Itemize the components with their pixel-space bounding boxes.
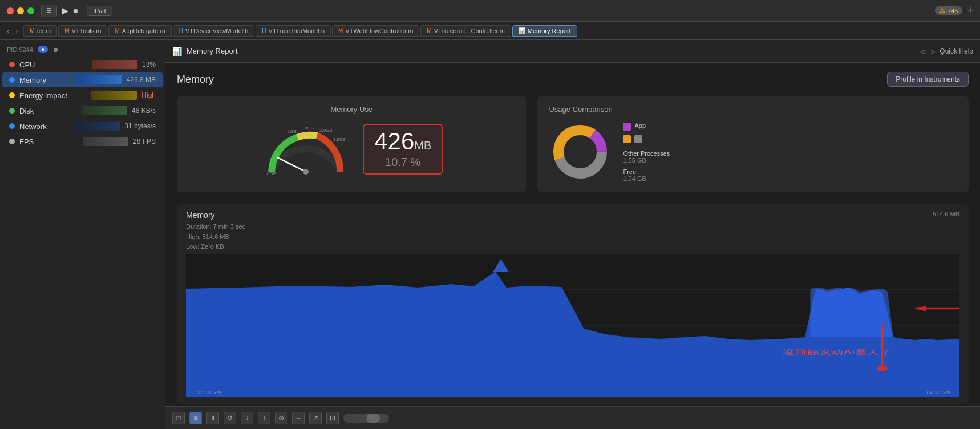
toolbar-export-button[interactable]: ↗ (309, 412, 322, 424)
legend-colors-row (623, 135, 670, 143)
tab-nav-forward[interactable]: › (13, 26, 21, 35)
cpu-chart (92, 60, 137, 69)
graph-low: Low: Zero KB (186, 243, 224, 250)
gauge-svg-container: 0GB 1GB 2GB 2.9GB 3.9GB (260, 120, 351, 177)
sidebar-item-memory[interactable]: Memory 426.8 MB (2, 72, 163, 87)
record-icon: ⏺ (52, 46, 59, 53)
sidebar-item-cpu[interactable]: CPU 13% (2, 57, 163, 72)
file-tab-ter[interactable]: M ter.m (23, 25, 57, 37)
fps-label: FPS (19, 137, 83, 146)
memory-graph-section: Memory Duration: 7 min 3 sec High: 514.6… (177, 204, 969, 404)
svg-point-19 (877, 366, 888, 371)
memory-indicator (9, 77, 15, 83)
file-tab-label: VTDeviceViewModel.h (185, 27, 248, 34)
donut-chart (549, 120, 612, 183)
usage-comp-content: App Other Processes 1.55 GB (549, 120, 957, 183)
toolbar-forward-button[interactable]: → (292, 412, 305, 424)
add-button[interactable]: + (967, 5, 973, 17)
other-color-swatch (623, 135, 631, 143)
toolbar-pause-button[interactable]: ⏸ (206, 412, 219, 424)
warning-count: 745 (947, 7, 958, 14)
profile-instruments-button[interactable]: Profile in Instruments (887, 72, 969, 87)
svg-text:2:35s: 2:35s (197, 389, 221, 395)
toolbar-download-button[interactable]: ↓ (241, 412, 253, 424)
sidebar-toggle-button[interactable]: ☰ (41, 5, 57, 17)
sidebar-item-energy[interactable]: Energy Impact High (2, 88, 163, 103)
network-value: 31 bytes/s (124, 122, 156, 130)
memory-number-display: 426MB (374, 129, 431, 153)
graph-header-left: Memory Duration: 7 min 3 sec High: 514.6… (186, 211, 245, 252)
toolbar-grid-button[interactable]: ⊡ (326, 412, 339, 424)
title-tab-area: iPad (87, 6, 935, 16)
donut-svg (549, 120, 612, 183)
play-button[interactable]: ▶ (62, 5, 68, 16)
svg-text:返回触发动AI量大了: 返回触发动AI量大了 (783, 349, 892, 355)
app-color-swatch (623, 123, 631, 131)
energy-value: High (141, 91, 156, 99)
svg-text:1GB: 1GB (287, 129, 297, 134)
disk-chart (82, 106, 127, 115)
toolbar-layout-button[interactable]: □ (172, 412, 185, 424)
pid-label: PID 9244 (7, 46, 33, 53)
file-tab-vttools[interactable]: M VTTools.m (58, 25, 107, 37)
file-tab-memory-report[interactable]: 📊 Memory Report (512, 25, 577, 37)
graph-area[interactable]: 返回触发动AI量大了 2:35s 6:25s (186, 254, 959, 397)
file-tab-label: Memory Report (528, 27, 571, 34)
file-tab-vtrecorde[interactable]: M VTRecorde...Controller.m (420, 25, 511, 37)
file-icon: M (338, 27, 343, 34)
toolbar-resize-button[interactable]: ↕ (258, 412, 270, 424)
network-indicator (9, 123, 15, 129)
legend-item-app: App (623, 122, 670, 131)
report-header-right: ◁ ▷ Quick Help (920, 47, 973, 55)
memory-top-row: Memory Profile in Instruments (177, 72, 969, 87)
file-icon: H (179, 27, 183, 34)
memory-unit: MB (414, 139, 431, 152)
toolbar-target-button[interactable]: ⊛ (275, 412, 287, 424)
toolbar-slider[interactable] (343, 414, 389, 423)
other-legend-text: Other Processes 1.55 GB (623, 150, 670, 164)
usage-legend: App Other Processes 1.55 GB (623, 122, 670, 182)
free-value: 1.94 GB (623, 175, 646, 182)
right-panel: 📊 Memory Report ◁ ▷ Quick Help Memory Pr… (165, 40, 980, 429)
memory-value: 426.8 MB (127, 76, 156, 84)
gauge-area: 0GB 1GB 2GB 2.9GB 3.9GB 426MB (260, 120, 443, 177)
file-tab-label: VTWebFlowController.m (345, 27, 413, 34)
sidebar-item-fps[interactable]: FPS 28 FPS (2, 134, 163, 149)
main-content: PID 9244 ● ⏺ CPU 13% Memory 426.8 MB Ene… (0, 40, 980, 429)
file-tab-vtlogin[interactable]: H VTLoginInfoModel.h (256, 25, 331, 37)
stop-button[interactable]: ■ (73, 6, 78, 15)
fps-chart (83, 137, 128, 146)
quick-help-button[interactable]: Quick Help (939, 47, 973, 55)
maximize-button[interactable] (27, 7, 34, 14)
sidebar-item-network[interactable]: Network 31 bytes/s (2, 119, 163, 133)
report-icon: 📊 (172, 47, 182, 56)
close-button[interactable] (7, 7, 14, 14)
gauge-svg: 0GB 1GB 2GB 2.9GB 3.9GB (260, 120, 351, 177)
legend-item-free: Free 1.94 GB (623, 168, 670, 182)
slider-thumb (366, 414, 380, 423)
minimize-button[interactable] (17, 7, 24, 14)
next-arrow[interactable]: ▷ (930, 47, 935, 55)
svg-text:2.9GB: 2.9GB (319, 128, 333, 133)
tab-nav-back[interactable]: ‹ (5, 26, 12, 35)
memory-panel-title: Memory (177, 74, 214, 86)
titlebar: ☰ ▶ ■ iPad ⚠ 745 + (0, 0, 980, 22)
sidebar-item-disk[interactable]: Disk 48 KB/s (2, 103, 163, 118)
toolbar-record-button[interactable]: ■ (189, 412, 202, 424)
svg-point-11 (565, 137, 595, 167)
file-tab-vtweb[interactable]: M VTWebFlowController.m (332, 25, 419, 37)
traffic-lights (7, 7, 34, 14)
graph-meta: Duration: 7 min 3 sec High: 514.6 MB Low… (186, 222, 245, 252)
graph-high: High: 514.6 MB (186, 233, 229, 240)
cpu-label: CPU (19, 60, 92, 69)
energy-indicator (9, 92, 15, 98)
usage-comparison-card: Usage Comparison (537, 96, 969, 192)
toolbar-refresh-button[interactable]: ↺ (224, 412, 236, 424)
file-tab-appdelegate[interactable]: M AppDelegate.m (108, 25, 171, 37)
prev-arrow[interactable]: ◁ (920, 47, 925, 55)
memory-chart (76, 75, 122, 84)
memory-graph-svg: 返回触发动AI量大了 2:35s 6:25s (186, 254, 959, 397)
device-tab[interactable]: iPad (87, 6, 112, 16)
cpu-value: 13% (142, 60, 156, 68)
file-tab-vtdevice[interactable]: H VTDeviceViewModel.h (173, 25, 255, 37)
